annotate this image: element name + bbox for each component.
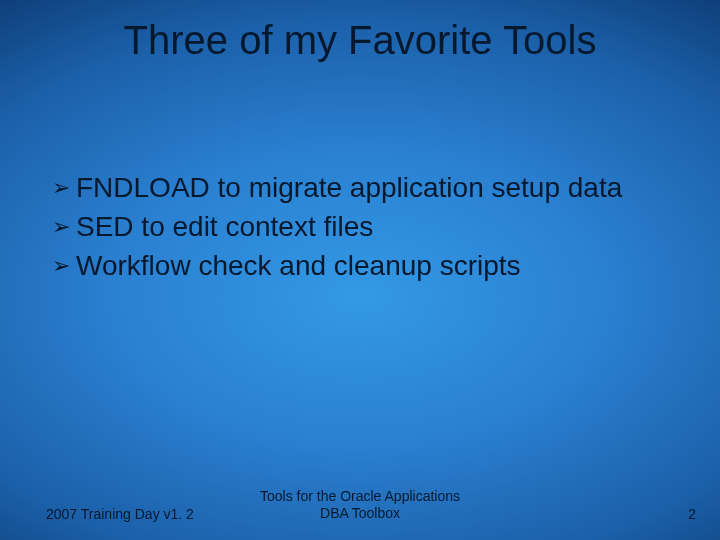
slide-body: ➢FNDLOAD to migrate application setup da… (52, 170, 668, 287)
footer-center: Tools for the Oracle Applications DBA To… (0, 488, 720, 522)
bullet-item: ➢Workflow check and cleanup scripts (52, 248, 668, 283)
slide: Three of my Favorite Tools ➢FNDLOAD to m… (0, 0, 720, 540)
bullet-text: Workflow check and cleanup scripts (76, 250, 521, 281)
bullet-arrow-icon: ➢ (52, 213, 70, 241)
footer-center-line1: Tools for the Oracle Applications (0, 488, 720, 505)
bullet-text: FNDLOAD to migrate application setup dat… (76, 172, 622, 203)
slide-title: Three of my Favorite Tools (0, 18, 720, 63)
footer-page-number: 2 (688, 506, 696, 522)
bullet-item: ➢FNDLOAD to migrate application setup da… (52, 170, 668, 205)
footer-center-line2: DBA Toolbox (0, 505, 720, 522)
bullet-arrow-icon: ➢ (52, 174, 70, 202)
bullet-arrow-icon: ➢ (52, 252, 70, 280)
bullet-text: SED to edit context files (76, 211, 373, 242)
bullet-item: ➢SED to edit context files (52, 209, 668, 244)
